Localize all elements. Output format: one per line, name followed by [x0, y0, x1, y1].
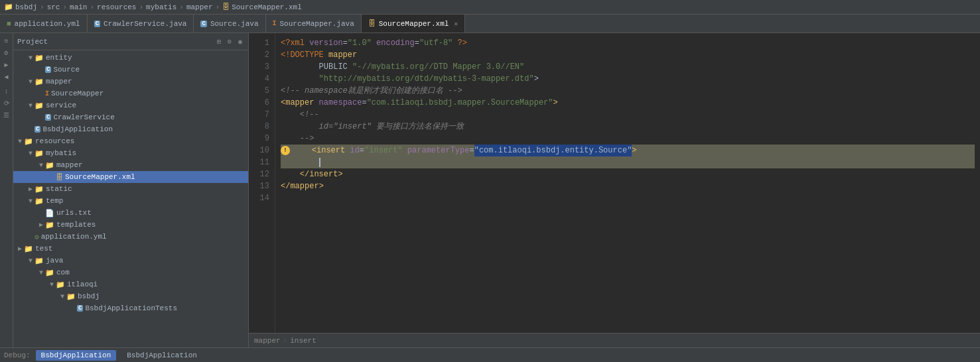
folder-icon-resources: 📁: [24, 137, 33, 146]
code-line-3: PUBLIC "-//mybatis.org//DTD Mapper 3.0//…: [281, 61, 975, 73]
java-class-icon: C: [45, 66, 51, 73]
folder-icon-test: 📁: [24, 245, 33, 253]
folder-icon-service: 📁: [35, 101, 44, 110]
breadcrumb-mybatis[interactable]: mybatis: [146, 3, 176, 11]
expand-arrow-test: ▶: [16, 245, 24, 253]
folder-icon-java: 📁: [35, 257, 44, 265]
code-line-8: id="insert" 要与接口方法名保持一致: [281, 121, 975, 133]
tab-crawler-service[interactable]: C CrawlerService.java: [88, 15, 194, 32]
yml-icon: ■: [7, 20, 11, 28]
line-numbers: 1 2 3 4 5 6 7 8 9 10 11 12 13 14: [249, 33, 275, 333]
tree-item-mapper-sub[interactable]: ▼ 📁 mapper: [13, 159, 248, 171]
xml-icon: 🗄: [368, 19, 376, 28]
code-line-10: ! <insert id="insert" parameterType="com…: [281, 145, 975, 156]
code-content[interactable]: <?xml version="1.0" encoding="utf-8" ?> …: [275, 33, 980, 333]
debug-tab-2[interactable]: BsbdjApplication: [121, 350, 202, 361]
toolbar-btn-4[interactable]: ◀: [1, 72, 12, 82]
folder-icon-mapper: 📁: [35, 78, 44, 86]
expand-arrow-mapper-sub: ▼: [37, 162, 45, 169]
debug-bar: Debug: BsbdjApplication BsbdjApplication: [0, 347, 980, 362]
code-line-14: [281, 192, 975, 204]
tree-item-bsbdj-tests[interactable]: C BsbdjApplicationTests: [13, 302, 248, 314]
code-line-13: </mapper>: [281, 180, 975, 192]
expand-arrow-temp: ▼: [27, 198, 35, 205]
tree-item-crawler-service[interactable]: C CrawlerService: [13, 111, 248, 123]
toolbar-btn-5[interactable]: ↕: [1, 86, 12, 97]
toolbar-btn-6[interactable]: ⟳: [1, 98, 12, 109]
tree-item-source[interactable]: C Source: [13, 64, 248, 76]
code-editor[interactable]: 1 2 3 4 5 6 7 8 9 10 11 12 13 14 <?xml v…: [249, 33, 980, 333]
tree-item-static[interactable]: ▶ 📁 static: [13, 183, 248, 195]
toolbar-expand-btn[interactable]: ⊞: [215, 37, 223, 46]
code-line-1: <?xml version="1.0" encoding="utf-8" ?>: [281, 37, 975, 49]
interface-tree-icon: I: [45, 90, 49, 97]
tab-close-icon[interactable]: ✕: [454, 20, 458, 28]
toolbar-btn-2[interactable]: ⚙: [1, 48, 12, 58]
expand-arrow-mybatis: ▼: [27, 150, 35, 157]
crawler-service-icon: C: [45, 114, 51, 121]
folder-icon-static: 📁: [35, 185, 44, 194]
expand-arrow-service: ▼: [27, 102, 35, 109]
tree-item-mapper-folder[interactable]: ▼ 📁 mapper: [13, 76, 248, 88]
tree-item-bsbdj-app[interactable]: C BsbdjApplication: [13, 123, 248, 135]
folder-icon-entity: 📁: [35, 54, 44, 62]
status-insert: insert: [290, 337, 316, 345]
project-title: Project: [17, 38, 212, 46]
folder-icon-bsbdj: 📁: [66, 292, 76, 301]
code-line-6: <mapper namespace="com.itlaoqi.bsbdj.map…: [281, 97, 975, 109]
toolbar-nav-btn[interactable]: ◉: [236, 37, 244, 46]
tab-application-yml[interactable]: ■ application.yml: [0, 15, 88, 32]
code-line-2: <!DOCTYPE mapper: [281, 49, 975, 61]
toolbar-btn-7[interactable]: ☰: [1, 110, 12, 121]
tab-source-mapper-java[interactable]: I SourceMapper.java: [266, 15, 362, 32]
tab-source-java[interactable]: C Source.java: [194, 15, 265, 32]
java-icon-2: C: [200, 21, 206, 27]
project-toolbar: Project ⊞ ⚙ ◉: [13, 33, 248, 50]
project-panel: Project ⊞ ⚙ ◉ ▼ 📁 entity C Source: [13, 33, 249, 347]
breadcrumb-resources[interactable]: resources: [97, 3, 136, 11]
expand-arrow-com: ▼: [37, 269, 45, 276]
interface-icon: I: [273, 20, 277, 27]
tree-item-service[interactable]: ▼ 📁 service: [13, 99, 248, 111]
tree-item-templates[interactable]: ▶ 📁 templates: [13, 219, 248, 231]
tree-item-source-mapper-java[interactable]: I SourceMapper: [13, 88, 248, 99]
code-line-5: <!-- namespace就是刚才我们创建的接口名 -->: [281, 85, 975, 97]
expand-arrow-mapper: ▼: [27, 78, 35, 86]
code-line-9: -->: [281, 133, 975, 145]
tree-item-entity[interactable]: ▼ 📁 entity: [13, 52, 248, 64]
breadcrumb-main[interactable]: main: [70, 3, 87, 11]
tree-item-resources[interactable]: ▼ 📁 resources: [13, 135, 248, 147]
tree-item-itlaoqi[interactable]: ▼ 📁 itlaoqi: [13, 278, 248, 290]
breadcrumb-mapper[interactable]: mapper: [186, 3, 213, 11]
xml-file-icon: 🗄: [222, 3, 230, 11]
tab-source-mapper-xml[interactable]: 🗄 SourceMapper.xml ✕: [362, 15, 466, 32]
toolbar-btn-1[interactable]: ≡: [1, 36, 12, 46]
left-toolbar: ≡ ⚙ ▶ ◀ ↕ ⟳ ☰: [0, 33, 13, 347]
tree-item-java[interactable]: ▼ 📁 java: [13, 255, 248, 267]
breadcrumb-src[interactable]: src: [47, 3, 60, 11]
tree-item-source-mapper-xml[interactable]: 🗄 SourceMapper.xml: [13, 171, 248, 183]
breadcrumb-bsbdj[interactable]: 📁 bsbdj: [4, 3, 37, 11]
expand-arrow-bsbdj: ▼: [58, 293, 66, 300]
folder-icon-itlaoqi: 📁: [56, 280, 65, 289]
java-icon-1: C: [94, 21, 100, 27]
editor-area: 1 2 3 4 5 6 7 8 9 10 11 12 13 14 <?xml v…: [249, 33, 980, 347]
code-line-4: "http://mybatis.org/dtd/mybatis-3-mapper…: [281, 73, 975, 85]
breadcrumb-file[interactable]: 🗄 SourceMapper.xml: [222, 3, 302, 11]
hint-icon: !: [281, 146, 290, 155]
debug-tab-1[interactable]: BsbdjApplication: [36, 350, 117, 361]
tree-item-mybatis[interactable]: ▼ 📁 mybatis: [13, 147, 248, 159]
tree-item-application-yml[interactable]: ⚙ application.yml: [13, 231, 248, 243]
folder-icon: 📁: [4, 3, 13, 11]
toolbar-gear-btn[interactable]: ⚙: [226, 37, 234, 46]
tree-item-urls-txt[interactable]: 📄 urls.txt: [13, 207, 248, 219]
status-mapper: mapper: [254, 337, 281, 345]
tree-item-com[interactable]: ▼ 📁 com: [13, 267, 248, 278]
txt-icon: 📄: [45, 209, 54, 217]
toolbar-btn-3[interactable]: ▶: [1, 60, 12, 70]
tree-item-temp[interactable]: ▼ 📁 temp: [13, 195, 248, 207]
expand-arrow-static: ▶: [27, 185, 35, 193]
folder-icon-mybatis: 📁: [35, 149, 44, 158]
tree-item-bsbdj[interactable]: ▼ 📁 bsbdj: [13, 290, 248, 302]
tree-item-test[interactable]: ▶ 📁 test: [13, 243, 248, 255]
